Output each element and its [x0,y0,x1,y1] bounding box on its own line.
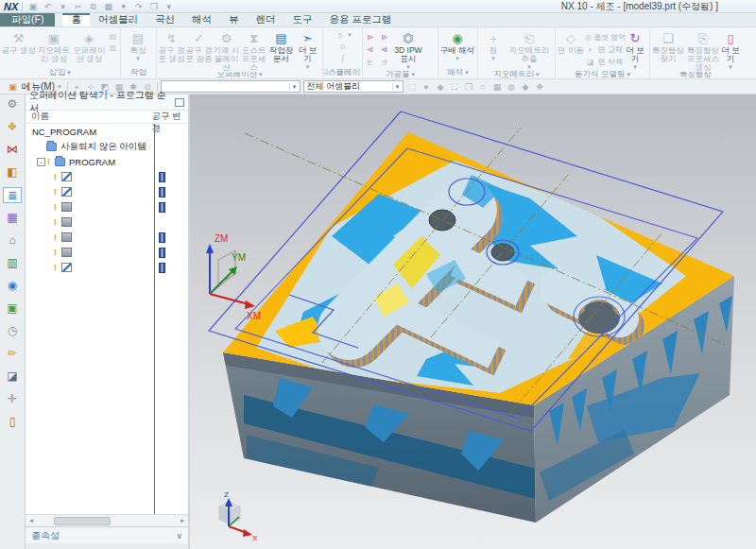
point-button[interactable]: ＋점▾ [479,29,507,70]
draft-analysis-button[interactable]: ◉구배 해석▾ [439,29,475,67]
save-icon[interactable]: ▣ [26,1,39,12]
constraint-navigator-icon[interactable]: ⋈ [3,142,22,158]
operation-navigator-icon[interactable]: ≣ [3,187,22,203]
scrollbar-thumb[interactable] [54,517,111,525]
selection-filter-combo[interactable]: ▾ [161,80,301,93]
fit-view-icon[interactable]: ⛶ [449,81,461,93]
display-option-icon[interactable]: 5 [334,30,346,41]
column-header-name[interactable]: 이름 [26,111,147,123]
undo-dropdown-icon[interactable]: ▾ [57,1,69,12]
isometric-cube-icon[interactable]: ◆ [520,81,532,93]
graphics-viewport[interactable]: ZM YM XM Z X [190,94,756,549]
process-assistant-icon[interactable]: ⌂ [3,232,22,249]
dependencies-bar[interactable]: 종속성 ∨ [26,526,188,543]
ribbon-tab[interactable]: 홈 [62,13,90,26]
display-option-icon[interactable]: ∫ [336,53,349,63]
verify-toolpath-button[interactable]: ✓공구 경로 검증 [185,29,213,72]
web-browser-icon[interactable]: ◉ [3,278,22,294]
touch-mode-icon[interactable]: ✦ [117,1,129,12]
display-option-icon[interactable]: ⊙ [336,42,349,52]
copy-icon[interactable]: ⧉ [87,1,99,12]
ribbon-tab[interactable]: 렌더 [247,13,284,26]
table-row[interactable]: ! FACE_MILLING_3 [26,245,188,260]
orient-icon[interactable]: ○ [477,81,490,93]
rect-select-icon[interactable]: ⬚ [406,81,419,93]
roles-icon[interactable]: ✏ [3,346,22,362]
ribbon-tab[interactable]: 어셈블리 [90,13,146,26]
operation-more-button[interactable]: ➣더 보기▾ [295,29,320,72]
table-row[interactable]: ! FACE_MILLING [26,199,188,214]
machine-simulation-button[interactable]: ⚙기계 시뮬레이션 [213,29,240,72]
scroll-left-icon[interactable]: ◂ [26,517,37,524]
solid-cube-icon[interactable]: ◆ [435,81,447,93]
undock-panel-icon[interactable] [175,98,184,107]
insert-small-icon[interactable]: ▥ [107,43,119,53]
ribbon-options-icon[interactable]: ▾ [163,1,175,12]
feature-more-button[interactable]: ▯더 보기▾ [721,29,740,72]
table-row[interactable]: ! FACE_MILLING_2 [26,230,188,245]
create-tool-button[interactable]: ⚒공구 생성 [1,29,36,67]
offset-region-button[interactable]: ◎옵셋 영역 [585,31,623,43]
ribbon-tab[interactable]: 응용 프로그램 [320,13,400,26]
workpiece-icon[interactable]: ⊳ [378,32,390,43]
workpiece-icon[interactable]: ⊴ [378,57,390,67]
ribbon-tab[interactable]: 도구 [284,13,320,26]
machine-library-icon[interactable]: ✛ [3,391,22,407]
ribbon-tab[interactable]: 뷰 [220,13,248,26]
3d-scene[interactable]: ZM YM XM Z X [190,94,756,549]
paste-icon[interactable]: ▦ [102,1,114,12]
template-icon[interactable]: ▣ [3,300,22,317]
delete-face-button[interactable]: ◪면 삭제 [585,56,623,67]
table-row[interactable]: NC_PROGRAM [26,124,188,139]
reuse-library-icon[interactable]: ▥ [3,255,22,271]
create-feature-process-button[interactable]: ⎘특징형상 프로세스 생성 [685,29,721,72]
workpiece-icon[interactable]: ⊲ [364,44,376,55]
gear-icon[interactable]: ⚙ [3,96,22,112]
table-row[interactable]: ! TAPPING [26,260,188,275]
properties-button[interactable]: ▤특성▾ [122,29,154,67]
table-row[interactable]: - ! PROGRAM [26,154,188,169]
assembly-navigator-icon[interactable]: ❖ [3,119,22,135]
undo-icon[interactable]: ↶ [42,1,54,12]
machine-tool-navigator-icon[interactable]: ▦ [3,210,22,226]
history-icon[interactable]: ◷ [3,323,22,339]
column-header-tool-change[interactable]: 공구 변경 [147,111,188,123]
find-feature-button[interactable]: ❏특징형상 찾기 [651,29,685,72]
part-navigator-icon[interactable]: ◧ [3,164,22,180]
table-row[interactable]: ! BREAKCHIP_DRILLING [26,184,188,199]
cut-icon[interactable]: ✂ [72,1,84,12]
render-style-icon[interactable]: ❖ [534,81,546,93]
shop-documentation-button[interactable]: ▤작업장 문서 [267,29,295,72]
create-operation-button[interactable]: ◈오퍼레이션 생성 [72,29,107,67]
grid-icon[interactable]: ▦ [491,81,504,93]
table-row[interactable]: ! FACE_MILLING_1 [26,214,188,230]
ribbon-tab[interactable]: 곡선 [146,13,183,26]
touch-panel-icon[interactable]: ▯ [3,414,22,430]
replace-face-button[interactable]: ◐면 교체 [585,43,623,55]
shaded-ball-icon[interactable]: ● [421,81,433,93]
tab-file[interactable]: 파일(F) [0,13,55,26]
move-face-button[interactable]: ◇면 이동 [557,29,585,70]
column-divider[interactable] [154,124,155,514]
selection-scope-combo[interactable]: 전체 어셈블리▾ [303,80,404,93]
command-finder-icon[interactable]: ↷ [132,1,145,12]
horizontal-scrollbar[interactable]: ◂ ▸ [26,514,188,526]
insert-small-icon[interactable]: ▤ [107,31,119,42]
table-row[interactable]: ! SPOT_DRILLING [26,169,188,184]
table-row[interactable]: 사용되지 않은 아이템 [26,139,188,154]
system-tools-icon[interactable]: ◪ [3,369,22,385]
extract-geometry-button[interactable]: ⎗지오메트리 추출▾ [507,29,551,70]
window-view-icon[interactable]: ❒ [463,81,475,93]
workpiece-icon[interactable]: ⊲ [378,44,390,55]
generate-toolpath-button[interactable]: ↯공구 경로 생성 [158,29,185,72]
window-icon[interactable]: ❒ [147,1,160,12]
create-geometry-button[interactable]: ▣지오메트리 생성 [36,29,71,67]
shaded-edges-icon[interactable]: ◍ [506,81,518,93]
scroll-right-icon[interactable]: ▸ [177,517,188,524]
workpiece-icon[interactable]: ⊳ [364,32,376,43]
sync-more-button[interactable]: ↻더 보기▾ [623,29,647,70]
ribbon-tab[interactable]: 해석 [183,13,220,26]
workpiece-icon[interactable]: ⊵ [364,57,376,67]
postprocess-button[interactable]: ⧗포스트프로세스 [240,29,267,72]
show-3d-ipw-button[interactable]: ⏣3D IPW 표시▾ [390,29,426,70]
